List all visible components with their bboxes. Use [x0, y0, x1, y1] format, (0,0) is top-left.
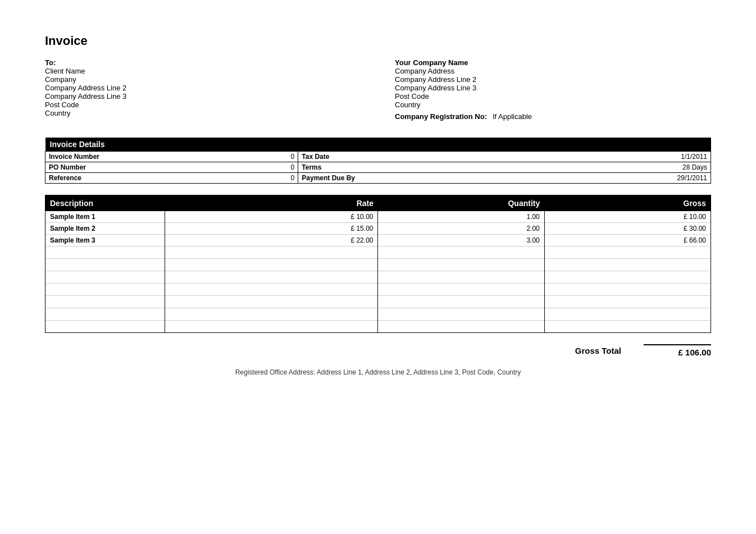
client-company: Company — [45, 75, 361, 84]
client-address-line3: Company Address Line 3 — [45, 92, 361, 101]
client-name: Client Name — [45, 67, 361, 75]
col-gross-header: Gross — [544, 195, 711, 212]
company-reg-value: If Applicable — [493, 112, 532, 121]
reference-label: Reference — [45, 173, 152, 184]
item-desc-0: Sample Item 1 — [45, 211, 165, 223]
col-description-header: Description — [45, 195, 165, 212]
table-row: Sample Item 1 £ 10.00 1.00 £ 10.00 — [45, 211, 711, 223]
company-post-code: Post Code — [395, 92, 711, 101]
terms-value: 28 Days — [404, 162, 711, 173]
items-table: Description Rate Quantity Gross Sample I… — [45, 195, 711, 333]
gross-total-label: Gross Total — [575, 346, 621, 355]
invoice-details-header: Invoice Details — [45, 138, 711, 152]
company-address-line3: Company Address Line 3 — [395, 84, 711, 92]
invoice-number-label: Invoice Number — [45, 152, 152, 162]
empty-row — [45, 296, 711, 308]
item-gross-0: £ 10.00 — [544, 211, 711, 223]
item-qty-1: 2.00 — [378, 223, 544, 235]
item-gross-1: £ 30.00 — [544, 223, 711, 235]
client-country: Country — [45, 109, 361, 117]
company-reg-row: Company Registration No: If Applicable — [395, 112, 711, 121]
company-country: Country — [395, 101, 711, 109]
table-row: Sample Item 2 £ 15.00 2.00 £ 30.00 — [45, 223, 711, 235]
item-desc-1: Sample Item 2 — [45, 223, 165, 235]
payment-due-label: Payment Due By — [298, 173, 405, 184]
item-desc-2: Sample Item 3 — [45, 235, 165, 247]
empty-row — [45, 321, 711, 333]
item-rate-2: £ 22.00 — [165, 235, 378, 247]
payment-due-value: 29/1/2011 — [404, 173, 711, 184]
footer-text: Registered Office Address: Address Line … — [45, 368, 711, 376]
invoice-number-value: 0 — [152, 152, 298, 162]
invoice-details-table: Invoice Details Invoice Number 0 Tax Dat… — [45, 138, 711, 184]
client-post-code: Post Code — [45, 101, 361, 109]
empty-row — [45, 247, 711, 259]
empty-row — [45, 284, 711, 296]
po-number-label: PO Number — [45, 162, 152, 173]
company-name: Your Company Name — [395, 58, 711, 67]
to-label: To: — [45, 58, 361, 67]
item-rate-0: £ 10.00 — [165, 211, 378, 223]
item-gross-2: £ 66.00 — [544, 235, 711, 247]
po-number-value: 0 — [152, 162, 298, 173]
col-quantity-header: Quantity — [378, 195, 544, 212]
client-address-line2: Company Address Line 2 — [45, 84, 361, 92]
reference-value: 0 — [152, 173, 298, 184]
company-address: Company Address — [395, 67, 711, 75]
item-rate-1: £ 15.00 — [165, 223, 378, 235]
company-block: Your Company Name Company Address Compan… — [361, 58, 711, 121]
bill-to-block: To: Client Name Company Company Address … — [45, 58, 361, 121]
items-header-row: Description Rate Quantity Gross — [45, 195, 711, 212]
header-section: To: Client Name Company Company Address … — [45, 58, 711, 121]
empty-row — [45, 271, 711, 284]
empty-row — [45, 259, 711, 271]
terms-label: Terms — [298, 162, 405, 173]
item-qty-0: 1.00 — [378, 211, 544, 223]
company-address-line2: Company Address Line 2 — [395, 75, 711, 84]
gross-total-value: £ 106.00 — [644, 344, 711, 357]
invoice-title: Invoice — [45, 34, 711, 48]
item-qty-2: 3.00 — [378, 235, 544, 247]
table-row: Sample Item 3 £ 22.00 3.00 £ 66.00 — [45, 235, 711, 247]
company-reg-label: Company Registration No: — [395, 112, 487, 121]
tax-date-label: Tax Date — [298, 152, 405, 162]
empty-row — [45, 308, 711, 321]
tax-date-value: 1/1/2011 — [404, 152, 711, 162]
col-rate-header: Rate — [165, 195, 378, 212]
gross-total-section: Gross Total £ 106.00 — [45, 344, 711, 357]
